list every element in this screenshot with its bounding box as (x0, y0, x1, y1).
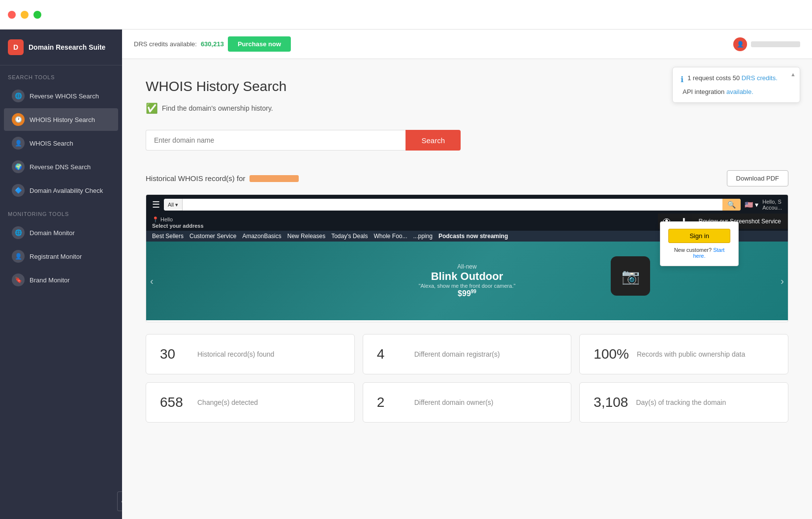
sidebar-item-domain-monitor[interactable]: 🌐 Domain Monitor (4, 221, 118, 244)
amazon-hero-text: All-new Blink Outdoor "Alexa, show me th… (419, 263, 516, 298)
blink-tagline: "Alexa, show me the front door camera." (419, 283, 516, 289)
sidebar-item-reverse-whois[interactable]: 🌐 Reverse WHOIS Search (4, 85, 118, 107)
maximize-dot[interactable] (33, 11, 41, 19)
sidebar-item-label: Registrant Monitor (30, 253, 82, 260)
main-content: ▲ ℹ 1 request costs 50 DRS credits. API … (122, 59, 812, 519)
amazon-nav-newreleases[interactable]: New Releases (287, 233, 325, 240)
monitoring-tools-label: Monitoring tools (0, 202, 122, 221)
credits-label: DRS credits available: (134, 40, 197, 48)
amazon-search-bar: All ▾ 🔍 (164, 199, 741, 211)
registrant-monitor-icon: 👤 (12, 250, 25, 263)
screenshot-preview: ☰ All ▾ 🔍 🇺🇸 ▾ Hello, SAccou... 📍 HelloS… (146, 194, 788, 322)
stat-card-registrars: 4 Different domain registrar(s) (363, 334, 572, 374)
sidebar-item-label: Reverse DNS Search (30, 163, 91, 171)
sidebar-item-reverse-dns[interactable]: 🌍 Reverse DNS Search (4, 155, 118, 178)
hero-next-arrow[interactable]: › (781, 275, 784, 287)
tooltip-cost-text: 1 request costs 50 DRS credits. (687, 74, 778, 82)
info-tooltip: ▲ ℹ 1 request costs 50 DRS credits. API … (672, 67, 800, 103)
sidebar-item-label: Domain Monitor (30, 229, 75, 237)
whois-history-icon: 🕐 (12, 113, 25, 126)
stat-label: Different domain registrar(s) (414, 350, 500, 358)
blink-product: Blink Outdoor (419, 270, 516, 283)
sidebar-item-label: Brand Monitor (30, 276, 70, 284)
page-subtitle: ✅ Find the domain's ownership history. (146, 102, 788, 114)
amazon-nav-bestsellers[interactable]: Best Sellers (152, 233, 184, 240)
amazon-camera-image: 📷 (611, 256, 650, 296)
sidebar-item-label: WHOIS History Search (30, 116, 95, 123)
results-title: Historical WHOIS record(s) for (146, 174, 299, 183)
amazon-nav-todaysdeals[interactable]: Today's Deals (331, 233, 368, 240)
sidebar-logo: D Domain Research Suite (0, 30, 122, 65)
amazon-nav-wholefood[interactable]: Whole Foo... (374, 233, 407, 240)
sidebar-item-label: Reverse WHOIS Search (30, 92, 99, 100)
signin-button[interactable]: Sign in (668, 229, 730, 243)
search-input[interactable] (146, 130, 406, 151)
amazon-nav-podcasts[interactable]: Podcasts now streaming (438, 233, 508, 240)
drs-credits-link[interactable]: DRS credits. (742, 74, 778, 82)
stat-card-historical-records: 30 Historical record(s) found (146, 334, 355, 374)
whois-search-icon: 👤 (12, 137, 25, 150)
signin-new-text: New customer? Start here. (668, 247, 730, 259)
stat-number: 100% (593, 346, 629, 362)
amazon-search-input[interactable] (183, 199, 722, 211)
sidebar-item-label: Domain Availability Check (30, 187, 103, 194)
content-area: DRS credits available: 630,213 Purchase … (122, 30, 812, 519)
signin-popup: Sign in New customer? Start here. (660, 221, 739, 266)
amazon-hello-text: Hello, SAccou... (762, 199, 782, 211)
close-dot[interactable] (8, 11, 16, 19)
domain-availability-icon: 🔷 (12, 184, 25, 197)
blink-title: All-new (419, 263, 516, 270)
blink-price: $9999 (419, 289, 516, 298)
top-bar: DRS credits available: 630,213 Purchase … (122, 30, 812, 59)
purchase-button[interactable]: Purchase now (228, 36, 291, 52)
stat-number: 4 (377, 346, 406, 362)
stat-number: 30 (160, 346, 189, 362)
search-bar: Search (146, 130, 461, 151)
reverse-whois-icon: 🌐 (12, 90, 25, 102)
sidebar-item-brand-monitor[interactable]: 🔖 Brand Monitor (4, 269, 118, 291)
brand-monitor-icon: 🔖 (12, 274, 25, 286)
stat-label: Historical record(s) found (197, 350, 274, 358)
user-name (751, 41, 800, 47)
stat-number: 3,108 (593, 395, 628, 410)
minimize-dot[interactable] (21, 11, 29, 19)
hero-prev-arrow[interactable]: ‹ (150, 275, 154, 287)
user-avatar: 👤 (733, 37, 747, 51)
info-icon: ℹ (681, 75, 684, 84)
download-pdf-button[interactable]: Download PDF (727, 170, 788, 186)
subtitle-text: Find the domain's ownership history. (162, 104, 273, 112)
search-tools-label: Search tools (0, 65, 122, 84)
results-title-prefix: Historical WHOIS record(s) for (146, 174, 246, 183)
sidebar-item-domain-availability[interactable]: 🔷 Domain Availability Check (4, 179, 118, 202)
tooltip-collapse-button[interactable]: ▲ (790, 71, 796, 77)
sidebar: D Domain Research Suite Search tools 🌐 R… (0, 30, 122, 519)
amazon-search-button[interactable]: 🔍 (722, 199, 741, 211)
sidebar-item-whois-history[interactable]: 🕐 WHOIS History Search (4, 108, 118, 131)
search-button[interactable]: Search (406, 130, 461, 151)
amazon-flag-icon: 🇺🇸 ▾ (745, 201, 758, 209)
sidebar-item-whois-search[interactable]: 👤 WHOIS Search (4, 132, 118, 154)
stat-label: Day(s) of tracking the domain (636, 398, 726, 406)
amazon-header: ☰ All ▾ 🔍 🇺🇸 ▾ Hello, SAccou... (146, 195, 788, 214)
amazon-nav-shipping[interactable]: ...pping (413, 233, 433, 240)
credits-info: DRS credits available: 630,213 Purchase … (134, 36, 291, 52)
amazon-address-text: 📍 HelloSelect your address (152, 216, 204, 229)
logo-icon: D (8, 39, 24, 55)
domain-name-blurred (250, 175, 299, 182)
main-layout: D Domain Research Suite Search tools 🌐 R… (0, 30, 812, 519)
reverse-dns-icon: 🌍 (12, 160, 25, 173)
stat-card-changes: 658 Change(s) detected (146, 382, 355, 423)
stat-card-owners: 2 Different domain owner(s) (363, 382, 572, 423)
stats-grid: 30 Historical record(s) found 4 Differen… (146, 334, 788, 423)
stat-card-public-ownership: 100% Records with public ownership data (579, 334, 788, 374)
amazon-nav-basics[interactable]: AmazonBasics (242, 233, 281, 240)
amazon-menu-icon[interactable]: ☰ (152, 199, 160, 210)
credits-value: 630,213 (201, 40, 224, 48)
sidebar-item-registrant-monitor[interactable]: 👤 Registrant Monitor (4, 245, 118, 268)
stat-number: 658 (160, 395, 189, 410)
amazon-nav-customerservice[interactable]: Customer Service (189, 233, 236, 240)
api-integration-link[interactable]: available. (726, 88, 753, 95)
amazon-search-dropdown[interactable]: All ▾ (164, 199, 183, 211)
stat-card-tracking-days: 3,108 Day(s) of tracking the domain (579, 382, 788, 423)
results-header: Historical WHOIS record(s) for Download … (146, 170, 788, 186)
